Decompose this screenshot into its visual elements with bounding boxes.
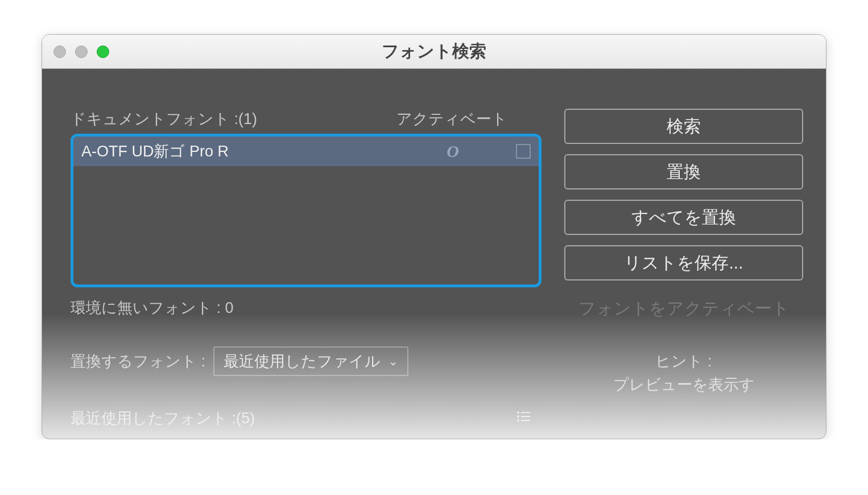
activate-column-label: アクティベート: [396, 109, 542, 129]
window-title: フォント検索: [42, 40, 826, 63]
activate-font-button: フォントをアクティベート: [564, 291, 803, 326]
svg-rect-3: [521, 416, 530, 417]
zoom-window-button[interactable]: [97, 46, 109, 58]
document-fonts-label: ドキュメントフォント :(1): [71, 109, 396, 129]
chevron-down-icon: ⌄: [388, 354, 398, 368]
activate-checkbox[interactable]: [516, 144, 531, 159]
save-list-button[interactable]: リストを保存...: [564, 245, 803, 280]
hint-body: プレビューを表示す: [564, 373, 803, 397]
recent-fonts-label: 最近使用したフォント :(5): [71, 408, 255, 428]
close-window-button[interactable]: [53, 46, 66, 58]
font-row[interactable]: A-OTF UD新ゴ Pro R O: [73, 137, 539, 166]
svg-point-2: [517, 415, 519, 418]
list-view-icon[interactable]: [516, 411, 530, 426]
replace-button[interactable]: 置換: [564, 154, 803, 189]
svg-rect-1: [521, 412, 530, 413]
replace-all-button[interactable]: すべてを置換: [564, 200, 803, 235]
replace-font-dropdown[interactable]: 最近使用したファイル ⌄: [213, 346, 408, 376]
replace-font-selected: 最近使用したファイル: [224, 351, 381, 372]
svg-rect-5: [521, 420, 530, 421]
titlebar: フォント検索: [42, 35, 826, 69]
opentype-icon: O: [447, 142, 459, 161]
font-search-window: フォント検索 ドキュメントフォント :(1) アクティベート A-OTF UD新…: [42, 34, 826, 439]
minimize-window-button[interactable]: [75, 46, 88, 58]
font-list-header: ドキュメントフォント :(1) アクティベート: [71, 109, 542, 129]
missing-fonts-label: 環境に無いフォント : 0: [71, 298, 542, 318]
svg-point-4: [517, 419, 519, 422]
search-button[interactable]: 検索: [564, 109, 803, 144]
window-body: ドキュメントフォント :(1) アクティベート A-OTF UD新ゴ Pro R…: [42, 69, 826, 439]
traffic-lights: [53, 46, 109, 58]
hint-title: ヒント :: [564, 350, 803, 373]
font-listbox[interactable]: A-OTF UD新ゴ Pro R O: [71, 134, 542, 287]
svg-point-0: [517, 411, 519, 414]
replace-font-label: 置換するフォント :: [71, 351, 205, 372]
hint-block: ヒント : プレビューを表示す: [564, 350, 803, 396]
font-row-name: A-OTF UD新ゴ Pro R: [81, 141, 447, 162]
